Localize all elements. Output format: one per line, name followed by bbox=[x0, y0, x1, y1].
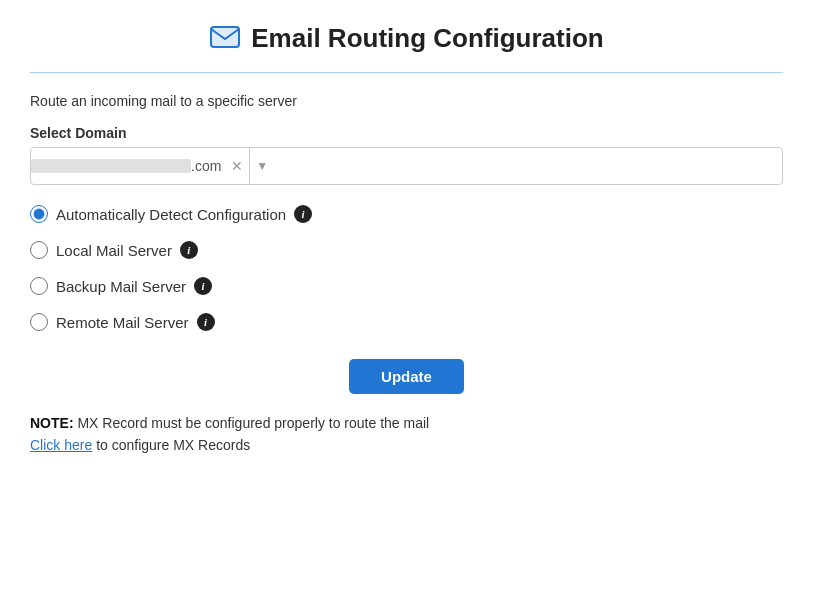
note-bold-label: NOTE: bbox=[30, 415, 74, 431]
auto-detect-info-icon[interactable]: i bbox=[294, 205, 312, 223]
note-text: MX Record must be configured properly to… bbox=[74, 415, 430, 431]
radio-auto-detect-input[interactable] bbox=[30, 205, 48, 223]
radio-remote-mail-input[interactable] bbox=[30, 313, 48, 331]
domain-placeholder-bar bbox=[31, 159, 191, 173]
radio-auto-detect[interactable]: Automatically Detect Configuration i bbox=[30, 205, 783, 223]
radio-remote-mail[interactable]: Remote Mail Server i bbox=[30, 313, 783, 331]
email-routing-card: Email Routing Configuration Route an inc… bbox=[0, 0, 813, 598]
radio-backup-mail[interactable]: Backup Mail Server i bbox=[30, 277, 783, 295]
domain-dropdown-arrow[interactable]: ▼ bbox=[249, 148, 274, 184]
click-here-link[interactable]: Click here bbox=[30, 437, 92, 453]
domain-label: Select Domain bbox=[30, 125, 783, 141]
radio-local-mail-label: Local Mail Server bbox=[56, 242, 172, 259]
radio-auto-detect-label: Automatically Detect Configuration bbox=[56, 206, 286, 223]
routing-options-group: Automatically Detect Configuration i Loc… bbox=[30, 205, 783, 331]
radio-local-mail[interactable]: Local Mail Server i bbox=[30, 241, 783, 259]
page-title: Email Routing Configuration bbox=[251, 23, 603, 54]
subtitle-text: Route an incoming mail to a specific ser… bbox=[30, 93, 783, 109]
svg-rect-0 bbox=[211, 27, 239, 47]
radio-backup-mail-label: Backup Mail Server bbox=[56, 278, 186, 295]
backup-mail-info-icon[interactable]: i bbox=[194, 277, 212, 295]
domain-select[interactable]: .com ✕ ▼ bbox=[30, 147, 783, 185]
update-button[interactable]: Update bbox=[349, 359, 464, 394]
local-mail-info-icon[interactable]: i bbox=[180, 241, 198, 259]
domain-clear-button[interactable]: ✕ bbox=[225, 158, 249, 174]
radio-remote-mail-label: Remote Mail Server bbox=[56, 314, 189, 331]
note-link-suffix: to configure MX Records bbox=[92, 437, 250, 453]
email-icon bbox=[209, 20, 241, 56]
radio-backup-mail-input[interactable] bbox=[30, 277, 48, 295]
domain-suffix: .com bbox=[191, 158, 225, 174]
note-section: NOTE: MX Record must be configured prope… bbox=[30, 412, 783, 457]
update-button-wrapper: Update bbox=[30, 359, 783, 394]
remote-mail-info-icon[interactable]: i bbox=[197, 313, 215, 331]
radio-local-mail-input[interactable] bbox=[30, 241, 48, 259]
page-header: Email Routing Configuration bbox=[30, 20, 783, 73]
